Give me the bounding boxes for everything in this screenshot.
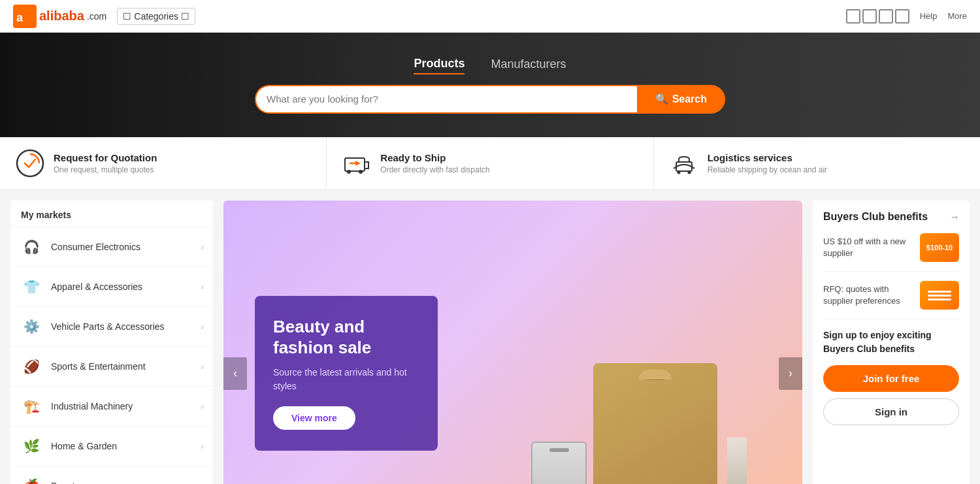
carousel-title: Beauty and fashion sale [273, 317, 419, 357]
chevron-right-icon-6: › [201, 481, 204, 484]
rfq-subtitle: One request, multiple quotes [54, 165, 157, 174]
checkbox-icon2: ☐ [181, 11, 189, 22]
sidebar-item-consumer-electronics[interactable]: 🎧 Consumer Electronics › [10, 227, 213, 267]
sidebar-item-apparel[interactable]: 👕 Apparel & Accessories › [10, 267, 213, 307]
grid-icon-2[interactable] [862, 9, 877, 24]
join-free-button[interactable]: Join for free [823, 365, 959, 392]
nav-left: a alibaba .com ☐ Categories ☐ [13, 5, 195, 28]
buyers-club-panel: Buyers Club benefits → US $10 off with a… [813, 201, 970, 484]
service-logistics[interactable]: Logistics services Reliable shipping by … [654, 137, 980, 189]
logo[interactable]: a alibaba .com [13, 5, 106, 28]
logistics-text: Logistics services Reliable shipping by … [708, 152, 827, 174]
nav-right: Help More [846, 9, 967, 24]
beauty-label: Beauty [51, 481, 201, 484]
more-link[interactable]: More [947, 11, 967, 21]
tab-manufacturers[interactable]: Manufacturers [491, 57, 566, 74]
coupon-badge: $100-10 [920, 233, 959, 262]
consumer-electronics-label: Consumer Electronics [51, 242, 201, 252]
tab-products[interactable]: Products [414, 57, 465, 74]
ready-ship-icon [342, 149, 371, 178]
grid-icons [846, 9, 909, 24]
beauty-icon: 🍎 [20, 474, 43, 484]
cosmetics-decoration [724, 438, 750, 484]
home-garden-label: Home & Garden [51, 441, 201, 451]
checkbox-icon: ☐ [123, 11, 131, 22]
grid-icon-4[interactable] [895, 9, 909, 24]
logistics-icon [670, 149, 698, 178]
sidebar-title: My markets [10, 201, 213, 227]
service-bar: Request for Quotation One request, multi… [0, 137, 980, 190]
rfq-list-badge [920, 281, 959, 310]
ready-title: Ready to Ship [380, 152, 489, 163]
sidebar-item-home-garden[interactable]: 🌿 Home & Garden › [10, 427, 213, 466]
luggage-decoration [531, 442, 587, 484]
sidebar: My markets 🎧 Consumer Electronics › 👕 Ap… [10, 201, 213, 484]
industrial-label: Industrial Machinery [51, 401, 201, 411]
top-navigation: a alibaba .com ☐ Categories ☐ Help More [0, 0, 980, 33]
vehicle-parts-label: Vehicle Parts & Accessories [51, 321, 201, 332]
jacket-decoration [593, 363, 717, 484]
industrial-icon: 🏗️ [20, 395, 43, 418]
search-input[interactable] [255, 85, 637, 114]
svg-point-8 [687, 171, 691, 174]
search-icon: 🔍 [655, 93, 668, 105]
svg-point-7 [677, 171, 680, 174]
carousel-text-box: Beauty and fashion sale Source the lates… [255, 296, 438, 450]
benefit-item-discount: US $10 off with a new supplier $100-10 [823, 233, 959, 272]
chevron-right-icon-3: › [201, 361, 204, 372]
chevron-right-icon-1: › [201, 282, 204, 292]
grid-icon-3[interactable] [879, 9, 893, 24]
svg-rect-3 [345, 158, 365, 171]
carousel-prev-button[interactable]: ‹ [223, 357, 247, 390]
buyers-club-arrow[interactable]: → [950, 212, 959, 222]
logo-domain: .com [87, 11, 106, 22]
hero-search: 🔍 Search [255, 85, 725, 114]
rfq-text: Request for Quotation One request, multi… [54, 152, 157, 174]
apparel-label: Apparel & Accessories [51, 282, 201, 292]
vehicle-parts-icon: ⚙️ [20, 315, 43, 338]
sports-icon: 🏈 [20, 355, 43, 378]
svg-text:a: a [16, 11, 24, 24]
sign-in-button[interactable]: Sign in [823, 398, 959, 425]
help-link[interactable]: Help [920, 11, 938, 21]
chevron-right-icon-2: › [201, 321, 204, 332]
sidebar-item-industrial[interactable]: 🏗️ Industrial Machinery › [10, 387, 213, 427]
logo-text: alibaba [39, 8, 84, 24]
carousel-view-more-button[interactable]: View more [273, 406, 355, 430]
hero-section: Products Manufacturers 🔍 Search [0, 33, 980, 137]
svg-point-4 [347, 170, 351, 174]
benefit-discount-text: US $10 off with a new supplier [823, 236, 913, 259]
logistics-subtitle: Reliable shipping by ocean and air [708, 165, 827, 174]
badge-line-3 [928, 298, 951, 300]
ready-subtitle: Order directly with fast dispatch [380, 165, 489, 174]
carousel-subtitle: Source the latest arrivals and hot style… [273, 366, 419, 393]
search-button[interactable]: 🔍 Search [637, 85, 725, 114]
ready-text: Ready to Ship Order directly with fast d… [380, 152, 489, 174]
rfq-icon [16, 149, 44, 178]
badge-line-1 [928, 291, 951, 293]
home-garden-icon: 🌿 [20, 434, 43, 458]
hero-background: Products Manufacturers 🔍 Search [0, 33, 980, 137]
sidebar-item-sports[interactable]: 🏈 Sports & Entertainment › [10, 347, 213, 387]
rfq-title: Request for Quotation [54, 152, 157, 163]
grid-icon-1[interactable] [846, 9, 860, 24]
search-button-label: Search [672, 93, 707, 105]
chevron-right-icon-5: › [201, 441, 204, 451]
signup-text: Sign up to enjoy exciting Buyers Club be… [823, 329, 959, 356]
hero-tabs: Products Manufacturers [414, 57, 566, 74]
coupon-label: $100-10 [926, 244, 953, 251]
logistics-title: Logistics services [708, 152, 827, 163]
carousel-content: Beauty and fashion sale Source the lates… [223, 201, 802, 484]
carousel-next-button[interactable]: › [779, 357, 802, 390]
benefit-item-rfq: RFQ: quotes with supplier preferences [823, 281, 959, 319]
categories-label: Categories [134, 11, 178, 22]
carousel: Beauty and fashion sale Source the lates… [223, 201, 802, 484]
service-ready[interactable]: Ready to Ship Order directly with fast d… [327, 137, 653, 189]
service-rfq[interactable]: Request for Quotation One request, multi… [0, 137, 327, 189]
categories-button[interactable]: ☐ Categories ☐ [117, 8, 195, 25]
alibaba-logo-icon: a [13, 5, 37, 28]
main-content: My markets 🎧 Consumer Electronics › 👕 Ap… [0, 190, 980, 484]
sidebar-item-vehicle-parts[interactable]: ⚙️ Vehicle Parts & Accessories › [10, 307, 213, 347]
sidebar-item-beauty[interactable]: 🍎 Beauty › [10, 466, 213, 484]
svg-rect-6 [676, 162, 692, 171]
